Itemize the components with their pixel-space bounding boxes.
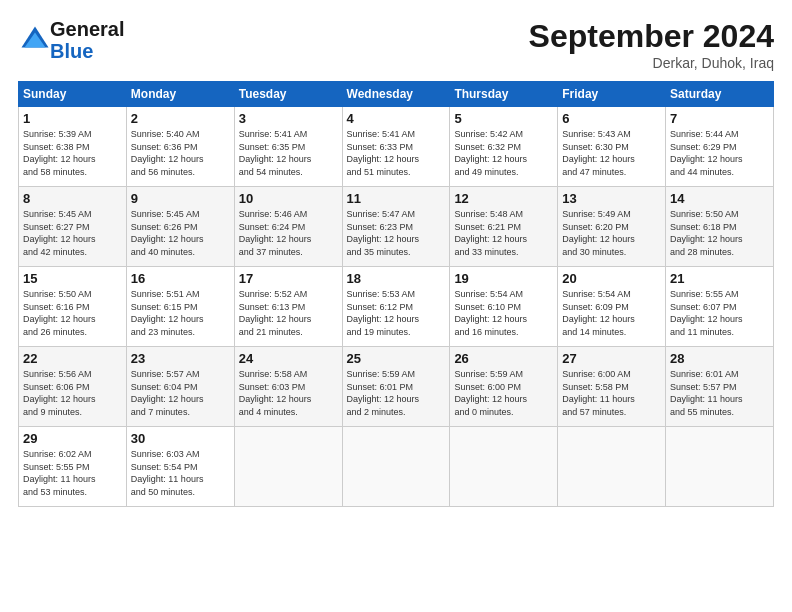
day-info: Sunrise: 5:55 AM Sunset: 6:07 PM Dayligh… [670,288,769,338]
day-number: 27 [562,351,661,366]
calendar-cell: 26Sunrise: 5:59 AM Sunset: 6:00 PM Dayli… [450,347,558,427]
calendar-cell [342,427,450,507]
day-info: Sunrise: 5:48 AM Sunset: 6:21 PM Dayligh… [454,208,553,258]
calendar-cell: 1Sunrise: 5:39 AM Sunset: 6:38 PM Daylig… [19,107,127,187]
day-number: 3 [239,111,338,126]
day-info: Sunrise: 5:56 AM Sunset: 6:06 PM Dayligh… [23,368,122,418]
calendar-cell: 4Sunrise: 5:41 AM Sunset: 6:33 PM Daylig… [342,107,450,187]
day-info: Sunrise: 5:57 AM Sunset: 6:04 PM Dayligh… [131,368,230,418]
calendar-cell [450,427,558,507]
logo-icon [20,25,50,55]
day-number: 17 [239,271,338,286]
col-header-sunday: Sunday [19,82,127,107]
calendar-cell: 21Sunrise: 5:55 AM Sunset: 6:07 PM Dayli… [666,267,774,347]
calendar-cell: 9Sunrise: 5:45 AM Sunset: 6:26 PM Daylig… [126,187,234,267]
col-header-tuesday: Tuesday [234,82,342,107]
calendar-cell: 20Sunrise: 5:54 AM Sunset: 6:09 PM Dayli… [558,267,666,347]
day-info: Sunrise: 5:59 AM Sunset: 6:01 PM Dayligh… [347,368,446,418]
page: General Blue September 2024 Derkar, Duho… [0,0,792,517]
day-number: 12 [454,191,553,206]
day-info: Sunrise: 5:45 AM Sunset: 6:26 PM Dayligh… [131,208,230,258]
day-info: Sunrise: 5:49 AM Sunset: 6:20 PM Dayligh… [562,208,661,258]
day-info: Sunrise: 5:40 AM Sunset: 6:36 PM Dayligh… [131,128,230,178]
day-info: Sunrise: 5:44 AM Sunset: 6:29 PM Dayligh… [670,128,769,178]
calendar-cell: 24Sunrise: 5:58 AM Sunset: 6:03 PM Dayli… [234,347,342,427]
day-info: Sunrise: 5:46 AM Sunset: 6:24 PM Dayligh… [239,208,338,258]
title-block: September 2024 Derkar, Duhok, Iraq [529,18,774,71]
day-info: Sunrise: 5:42 AM Sunset: 6:32 PM Dayligh… [454,128,553,178]
day-number: 20 [562,271,661,286]
calendar-cell: 6Sunrise: 5:43 AM Sunset: 6:30 PM Daylig… [558,107,666,187]
day-number: 15 [23,271,122,286]
day-number: 25 [347,351,446,366]
calendar-cell: 25Sunrise: 5:59 AM Sunset: 6:01 PM Dayli… [342,347,450,427]
day-number: 21 [670,271,769,286]
calendar-cell: 5Sunrise: 5:42 AM Sunset: 6:32 PM Daylig… [450,107,558,187]
calendar-cell: 17Sunrise: 5:52 AM Sunset: 6:13 PM Dayli… [234,267,342,347]
week-row-3: 15Sunrise: 5:50 AM Sunset: 6:16 PM Dayli… [19,267,774,347]
week-row-4: 22Sunrise: 5:56 AM Sunset: 6:06 PM Dayli… [19,347,774,427]
calendar-cell: 28Sunrise: 6:01 AM Sunset: 5:57 PM Dayli… [666,347,774,427]
day-number: 14 [670,191,769,206]
day-info: Sunrise: 5:39 AM Sunset: 6:38 PM Dayligh… [23,128,122,178]
day-number: 26 [454,351,553,366]
header: General Blue September 2024 Derkar, Duho… [18,18,774,71]
calendar-cell: 30Sunrise: 6:03 AM Sunset: 5:54 PM Dayli… [126,427,234,507]
calendar-cell: 14Sunrise: 5:50 AM Sunset: 6:18 PM Dayli… [666,187,774,267]
day-info: Sunrise: 6:03 AM Sunset: 5:54 PM Dayligh… [131,448,230,498]
calendar-cell: 7Sunrise: 5:44 AM Sunset: 6:29 PM Daylig… [666,107,774,187]
logo-general: General [50,18,124,40]
day-info: Sunrise: 6:01 AM Sunset: 5:57 PM Dayligh… [670,368,769,418]
day-info: Sunrise: 6:02 AM Sunset: 5:55 PM Dayligh… [23,448,122,498]
month-title: September 2024 [529,18,774,55]
calendar-cell [234,427,342,507]
calendar-cell: 18Sunrise: 5:53 AM Sunset: 6:12 PM Dayli… [342,267,450,347]
calendar-cell: 10Sunrise: 5:46 AM Sunset: 6:24 PM Dayli… [234,187,342,267]
day-info: Sunrise: 5:53 AM Sunset: 6:12 PM Dayligh… [347,288,446,338]
day-info: Sunrise: 5:51 AM Sunset: 6:15 PM Dayligh… [131,288,230,338]
day-number: 5 [454,111,553,126]
day-number: 29 [23,431,122,446]
calendar-cell: 16Sunrise: 5:51 AM Sunset: 6:15 PM Dayli… [126,267,234,347]
col-header-monday: Monday [126,82,234,107]
day-number: 2 [131,111,230,126]
calendar-cell: 23Sunrise: 5:57 AM Sunset: 6:04 PM Dayli… [126,347,234,427]
calendar-cell: 13Sunrise: 5:49 AM Sunset: 6:20 PM Dayli… [558,187,666,267]
day-number: 6 [562,111,661,126]
day-number: 28 [670,351,769,366]
day-info: Sunrise: 5:47 AM Sunset: 6:23 PM Dayligh… [347,208,446,258]
calendar-cell: 19Sunrise: 5:54 AM Sunset: 6:10 PM Dayli… [450,267,558,347]
day-number: 18 [347,271,446,286]
day-number: 8 [23,191,122,206]
calendar-cell: 11Sunrise: 5:47 AM Sunset: 6:23 PM Dayli… [342,187,450,267]
day-info: Sunrise: 5:59 AM Sunset: 6:00 PM Dayligh… [454,368,553,418]
calendar-cell: 2Sunrise: 5:40 AM Sunset: 6:36 PM Daylig… [126,107,234,187]
calendar-cell: 15Sunrise: 5:50 AM Sunset: 6:16 PM Dayli… [19,267,127,347]
calendar-cell: 29Sunrise: 6:02 AM Sunset: 5:55 PM Dayli… [19,427,127,507]
header-row: SundayMondayTuesdayWednesdayThursdayFrid… [19,82,774,107]
day-info: Sunrise: 5:52 AM Sunset: 6:13 PM Dayligh… [239,288,338,338]
day-info: Sunrise: 5:43 AM Sunset: 6:30 PM Dayligh… [562,128,661,178]
day-number: 22 [23,351,122,366]
location: Derkar, Duhok, Iraq [529,55,774,71]
logo-blue: Blue [50,40,124,62]
day-number: 16 [131,271,230,286]
day-number: 1 [23,111,122,126]
day-info: Sunrise: 5:54 AM Sunset: 6:09 PM Dayligh… [562,288,661,338]
calendar-cell: 27Sunrise: 6:00 AM Sunset: 5:58 PM Dayli… [558,347,666,427]
day-number: 13 [562,191,661,206]
week-row-1: 1Sunrise: 5:39 AM Sunset: 6:38 PM Daylig… [19,107,774,187]
day-number: 19 [454,271,553,286]
day-number: 4 [347,111,446,126]
day-number: 10 [239,191,338,206]
calendar-cell: 22Sunrise: 5:56 AM Sunset: 6:06 PM Dayli… [19,347,127,427]
calendar-cell: 8Sunrise: 5:45 AM Sunset: 6:27 PM Daylig… [19,187,127,267]
day-number: 9 [131,191,230,206]
calendar-cell: 3Sunrise: 5:41 AM Sunset: 6:35 PM Daylig… [234,107,342,187]
logo: General Blue [18,18,124,62]
day-number: 23 [131,351,230,366]
col-header-wednesday: Wednesday [342,82,450,107]
day-info: Sunrise: 6:00 AM Sunset: 5:58 PM Dayligh… [562,368,661,418]
day-number: 7 [670,111,769,126]
day-info: Sunrise: 5:58 AM Sunset: 6:03 PM Dayligh… [239,368,338,418]
